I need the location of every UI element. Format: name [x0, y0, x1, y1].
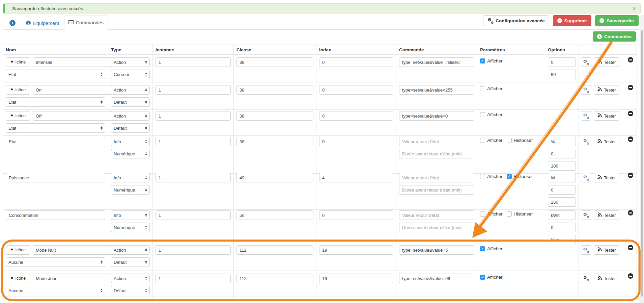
command-name-input[interactable]: [6, 137, 105, 146]
tester-button[interactable]: Tester: [594, 245, 619, 255]
remove-command-icon[interactable]: [628, 57, 633, 62]
scrollbar-thumb[interactable]: [641, 30, 643, 297]
configuration-button[interactable]: ⚙⚙: [581, 57, 591, 67]
remove-command-icon[interactable]: [628, 273, 633, 279]
type-select[interactable]: Action: [111, 57, 150, 67]
delete-button[interactable]: − Supprimer: [553, 15, 592, 26]
back-icon[interactable]: ‹: [9, 20, 16, 26]
instance-input[interactable]: [156, 245, 231, 255]
command-input[interactable]: [399, 57, 474, 67]
afficher-checkbox[interactable]: [480, 138, 485, 143]
return-value-input[interactable]: [399, 210, 474, 220]
afficher-checkbox[interactable]: [480, 211, 485, 217]
subtype-select[interactable]: Numérique: [111, 185, 150, 195]
save-button[interactable]: ✓ Sauvegarder: [595, 15, 639, 26]
type-select[interactable]: Info: [111, 137, 150, 146]
configuration-button[interactable]: ⚙⚙: [581, 111, 591, 121]
type-select[interactable]: Action: [111, 85, 150, 95]
tab-equipement[interactable]: Equipement: [26, 20, 59, 26]
tester-button[interactable]: Tester: [594, 85, 619, 95]
index-input[interactable]: [319, 210, 393, 220]
configuration-button[interactable]: ⚙⚙: [581, 274, 591, 283]
icon-button[interactable]: ⚑Icône: [6, 245, 30, 255]
command-input[interactable]: [399, 85, 474, 95]
class-input[interactable]: [236, 111, 313, 121]
historiser-checkbox[interactable]: [507, 211, 512, 217]
command-input[interactable]: [399, 245, 474, 255]
afficher-checkbox[interactable]: [480, 174, 485, 179]
close-icon[interactable]: x: [633, 6, 636, 11]
advanced-config-button[interactable]: ⚙⚙ Configuration avancée: [483, 15, 549, 26]
index-input[interactable]: [319, 137, 393, 146]
class-input[interactable]: [236, 57, 313, 67]
icon-button[interactable]: ⚑Icône: [6, 274, 30, 283]
subtype-select[interactable]: Défaut: [111, 123, 150, 133]
instance-input[interactable]: [156, 210, 231, 220]
remove-command-icon[interactable]: [628, 173, 633, 178]
type-select[interactable]: Info: [111, 210, 150, 220]
remove-command-icon[interactable]: [628, 111, 633, 116]
link-state-select[interactable]: Etat: [6, 70, 105, 79]
instance-input[interactable]: [156, 137, 231, 146]
subtype-select[interactable]: Numérique: [111, 223, 150, 232]
command-name-input[interactable]: [6, 173, 105, 182]
return-delay-input[interactable]: [399, 149, 474, 158]
option-input[interactable]: [548, 57, 576, 67]
remove-command-icon[interactable]: [628, 85, 633, 90]
return-value-input[interactable]: [399, 137, 474, 146]
option-input[interactable]: [548, 185, 576, 195]
subtype-select[interactable]: Numérique: [111, 149, 150, 158]
type-select[interactable]: Info: [111, 173, 150, 182]
link-state-select[interactable]: Etat: [6, 123, 105, 133]
configuration-button[interactable]: ⚙⚙: [581, 137, 591, 146]
type-select[interactable]: Action: [111, 245, 150, 255]
afficher-checkbox[interactable]: ✓: [480, 275, 485, 280]
return-delay-input[interactable]: [399, 185, 474, 195]
configuration-button[interactable]: ⚙⚙: [581, 85, 591, 95]
configuration-button[interactable]: ⚙⚙: [581, 245, 591, 255]
option-input[interactable]: [548, 70, 576, 79]
command-name-input[interactable]: [6, 210, 105, 220]
command-input[interactable]: [399, 111, 474, 121]
class-input[interactable]: [236, 245, 313, 255]
command-input[interactable]: [399, 274, 474, 283]
afficher-checkbox[interactable]: ✓: [480, 246, 485, 251]
option-input[interactable]: [548, 173, 576, 182]
tab-commandes[interactable]: Commandes: [64, 16, 108, 30]
tester-button[interactable]: Tester: [594, 274, 619, 283]
historiser-checkbox[interactable]: [507, 138, 512, 143]
add-commands-button[interactable]: + Commandes: [593, 31, 636, 42]
index-input[interactable]: [319, 111, 393, 121]
option-input[interactable]: [548, 161, 576, 171]
icon-button[interactable]: ⚑Icône: [6, 57, 30, 67]
return-value-input[interactable]: [399, 173, 474, 182]
historiser-checkbox[interactable]: ✓: [507, 174, 512, 179]
link-state-select[interactable]: Etat: [6, 97, 105, 107]
class-input[interactable]: [236, 210, 313, 220]
type-select[interactable]: Action: [111, 111, 150, 121]
index-input[interactable]: [319, 85, 393, 95]
instance-input[interactable]: [156, 173, 231, 182]
instance-input[interactable]: [156, 111, 231, 121]
subtype-select[interactable]: Défaut: [111, 257, 150, 267]
subtype-select[interactable]: Curseur: [111, 70, 150, 79]
icon-button[interactable]: ⚑Icône: [6, 111, 30, 121]
return-delay-input[interactable]: [399, 223, 474, 232]
remove-command-icon[interactable]: [628, 245, 633, 250]
subtype-select[interactable]: Défaut: [111, 97, 150, 107]
tester-button[interactable]: Tester: [594, 111, 619, 121]
class-input[interactable]: [236, 85, 313, 95]
index-input[interactable]: [319, 57, 393, 67]
afficher-checkbox[interactable]: [480, 112, 485, 117]
option-input[interactable]: [548, 197, 576, 207]
link-state-select[interactable]: Aucune: [6, 257, 105, 267]
index-input[interactable]: [319, 173, 393, 182]
configuration-button[interactable]: ⚙⚙: [581, 210, 591, 220]
tester-button[interactable]: Tester: [594, 137, 619, 146]
afficher-checkbox[interactable]: [480, 86, 485, 91]
remove-command-icon[interactable]: [628, 136, 633, 142]
option-input[interactable]: [548, 210, 576, 220]
option-input[interactable]: [548, 223, 576, 232]
tester-button[interactable]: Tester: [594, 173, 619, 182]
configuration-button[interactable]: ⚙⚙: [581, 173, 591, 182]
